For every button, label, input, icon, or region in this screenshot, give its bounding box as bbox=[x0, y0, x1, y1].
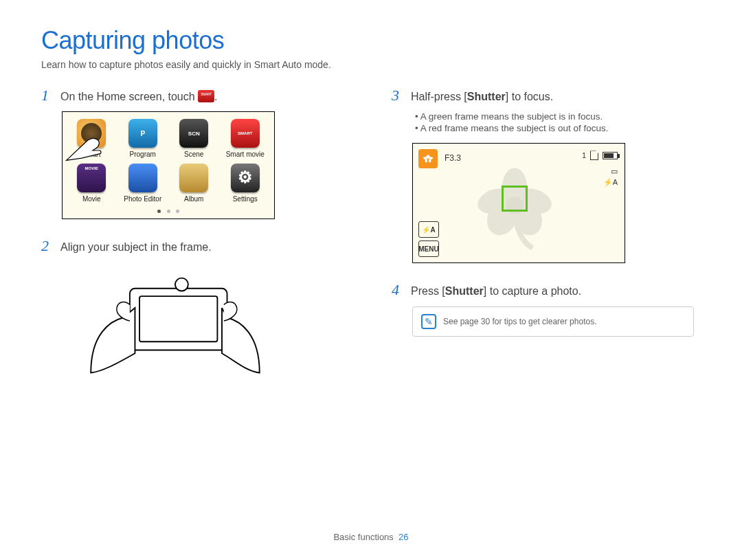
photo-editor-icon bbox=[128, 164, 157, 192]
viewfinder-diagram: F3.3 1 ▭ ⚡A ⚡A MENU bbox=[412, 143, 625, 263]
step-3-text: Half-press [Shutter] to focus. bbox=[411, 89, 553, 104]
smart-auto-icon bbox=[77, 119, 106, 148]
step-4-post: ] to capture a photo. bbox=[484, 285, 581, 297]
album-icon bbox=[179, 164, 208, 192]
svg-point-13 bbox=[429, 159, 431, 162]
step-2-text: Align your subject in the frame. bbox=[60, 240, 212, 255]
step-number: 3 bbox=[392, 87, 404, 104]
svg-point-12 bbox=[425, 159, 428, 162]
tip-box: ✎ See page 30 for tips to get clearer ph… bbox=[412, 306, 694, 337]
step-3: 3 Half-press [Shutter] to focus. bbox=[392, 87, 701, 104]
step-1-post: . bbox=[214, 91, 217, 102]
program-letter: P bbox=[140, 130, 145, 137]
app-label-photoeditor: Photo Editor bbox=[124, 195, 161, 203]
left-side-buttons: ⚡A MENU bbox=[418, 219, 439, 257]
info-icon: ✎ bbox=[421, 314, 436, 329]
page-subtitle: Learn how to capture photos easily and q… bbox=[41, 59, 701, 70]
app-label-movie: Movie bbox=[82, 195, 101, 203]
step-2: 2 Align your subject in the frame. bbox=[41, 237, 350, 255]
f-number-label: F3.3 bbox=[445, 153, 461, 163]
top-right-status: 1 bbox=[582, 150, 618, 160]
memory-card-icon bbox=[590, 150, 598, 160]
flash-auto-icon: ⚡A bbox=[603, 178, 618, 187]
app-label-settings: Settings bbox=[233, 195, 258, 203]
app-settings: Settings bbox=[225, 164, 267, 203]
page-title: Capturing photos bbox=[41, 26, 701, 55]
app-label-smart: Smart bbox=[82, 150, 101, 158]
app-movie: Movie bbox=[71, 164, 113, 203]
step-number: 2 bbox=[41, 237, 54, 255]
step-number: 4 bbox=[392, 281, 404, 299]
app-label-smartmovie: Smart movie bbox=[226, 150, 265, 158]
smartmovie-letter: SMART bbox=[238, 131, 252, 135]
step-3-bullets: A green frame means the subject is in fo… bbox=[415, 111, 701, 133]
battery-icon bbox=[603, 152, 618, 159]
menu-button: MENU bbox=[418, 240, 439, 257]
right-column: 3 Half-press [Shutter] to focus. A green… bbox=[392, 87, 701, 382]
bullet-green-frame: A green frame means the subject is in fo… bbox=[415, 111, 701, 122]
step-4-pre: Press [ bbox=[411, 285, 445, 297]
scene-letter: SCN bbox=[188, 131, 200, 137]
app-smartmovie: SMART Smart movie bbox=[225, 119, 267, 158]
shot-count: 1 bbox=[582, 151, 586, 159]
step-1-pre: On the Home screen, touch bbox=[60, 91, 198, 102]
right-side-icons: ▭ ⚡A bbox=[603, 167, 618, 189]
app-photoeditor: Photo Editor bbox=[122, 164, 164, 203]
footer-page-number: 26 bbox=[398, 532, 408, 542]
bullet-red-frame: A red frame means the subject is out of … bbox=[415, 123, 701, 133]
step-4: 4 Press [Shutter] to capture a photo. bbox=[392, 281, 701, 299]
macro-mode-icon bbox=[418, 149, 438, 168]
page-footer: Basic functions 26 bbox=[0, 532, 742, 542]
step-3-pre: Half-press [ bbox=[411, 91, 467, 102]
step-1-text: On the Home screen, touch . bbox=[60, 89, 218, 104]
hands-holding-camera-illustration bbox=[76, 262, 275, 379]
settings-icon bbox=[231, 164, 260, 192]
app-smart: Smart bbox=[71, 119, 113, 158]
tip-text: See page 30 for tips to get clearer phot… bbox=[443, 317, 596, 326]
pager-dot bbox=[176, 210, 179, 213]
app-scene: SCN Scene bbox=[173, 119, 215, 158]
pager-dot-active bbox=[157, 210, 161, 213]
app-label-album: Album bbox=[184, 195, 203, 203]
face-detect-icon: ▭ bbox=[603, 167, 618, 176]
svg-rect-1 bbox=[139, 296, 217, 341]
app-program: P Program bbox=[122, 119, 164, 158]
left-column: 1 On the Home screen, touch . Smart P Pr… bbox=[41, 87, 350, 382]
step-4-bold: Shutter bbox=[445, 285, 484, 297]
svg-point-2 bbox=[175, 278, 188, 291]
program-icon: P bbox=[128, 119, 157, 148]
step-1: 1 On the Home screen, touch . bbox=[41, 87, 350, 104]
movie-icon bbox=[77, 164, 106, 192]
footer-section: Basic functions bbox=[333, 532, 393, 542]
home-screen-diagram: Smart P Program SCN Scene SMART Smart mo… bbox=[62, 111, 275, 219]
smart-movie-icon: SMART bbox=[231, 119, 260, 148]
step-4-text: Press [Shutter] to capture a photo. bbox=[411, 284, 581, 299]
step-3-bold: Shutter bbox=[467, 91, 506, 102]
pager-dot bbox=[167, 210, 170, 213]
step-3-post: ] to focus. bbox=[506, 91, 553, 102]
pager-dots bbox=[71, 207, 266, 214]
app-label-program: Program bbox=[130, 150, 156, 158]
app-label-scene: Scene bbox=[184, 150, 203, 158]
flash-button: ⚡A bbox=[418, 221, 439, 238]
focus-frame-green bbox=[502, 186, 528, 212]
smart-auto-app-icon bbox=[198, 90, 214, 102]
scene-icon: SCN bbox=[179, 119, 208, 148]
step-number: 1 bbox=[41, 87, 54, 104]
app-album: Album bbox=[173, 164, 215, 203]
